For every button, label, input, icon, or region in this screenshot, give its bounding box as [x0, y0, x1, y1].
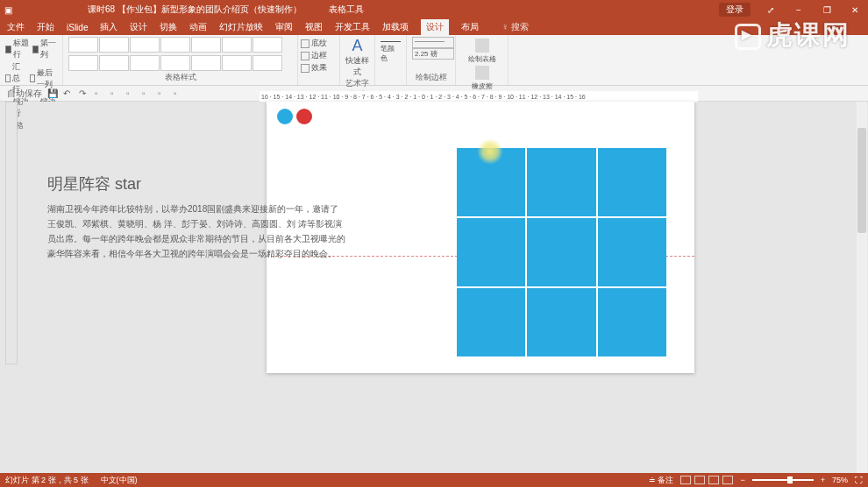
qat-icon[interactable]: ▫ [95, 88, 105, 99]
group-label: 表格样式 [68, 72, 292, 83]
checkbox-first-col[interactable] [32, 46, 39, 53]
border-icon [301, 52, 309, 60]
tab-view[interactable]: 视图 [305, 21, 323, 33]
group-table-styles: 表格样式 [63, 35, 298, 85]
redo-icon[interactable]: ↷ [79, 88, 89, 99]
scrollbar-thumb[interactable] [857, 128, 866, 233]
table-styles-gallery[interactable] [68, 37, 292, 72]
tab-start[interactable]: 开始 [37, 21, 54, 33]
minimize-button[interactable]: − [786, 5, 812, 15]
contextual-tab-label: 表格工具 [329, 4, 364, 16]
group-draw-erase: 绘制表格 橡皮擦 [456, 35, 509, 85]
shading-button[interactable]: 底纹 [311, 38, 327, 49]
qat-icon[interactable]: ▫ [158, 88, 168, 99]
table-cell[interactable] [527, 218, 595, 286]
tab-slideshow[interactable]: 幻灯片放映 [219, 21, 263, 33]
horizontal-ruler: 16 · 15 · 14 · 13 · 12 · 11 · 10 · 9 · 8… [260, 91, 698, 102]
tab-islide[interactable]: iSlide [67, 23, 88, 32]
table-cell[interactable] [598, 148, 666, 216]
zoom-slider[interactable] [752, 479, 814, 481]
close-button[interactable]: ✕ [842, 5, 868, 15]
line-style-select[interactable]: ────── [412, 37, 454, 48]
group-draw-border: ────── 2.25 磅 绘制边框 [407, 35, 456, 85]
tab-addins[interactable]: 加载项 [382, 21, 409, 33]
blue-circle-shape[interactable] [277, 109, 293, 124]
draw-table-icon [475, 39, 489, 53]
document-name: 课时68 【作业包】新型形象的团队介绍页（快速制作） [88, 4, 302, 16]
tab-file[interactable]: 文件 [7, 21, 25, 33]
view-buttons [680, 476, 733, 484]
tab-insert[interactable]: 插入 [100, 21, 117, 33]
tab-dev[interactable]: 开发工具 [335, 21, 370, 33]
vertical-scrollbar[interactable] [857, 102, 867, 473]
checkbox-header-row[interactable] [5, 46, 11, 53]
reading-view-icon[interactable] [708, 476, 719, 484]
ribbon-options-icon[interactable]: ⤢ [758, 5, 784, 15]
language-indicator[interactable]: 中文(中国) [101, 475, 138, 486]
title-bar: ▣ 课时68 【作业包】新型形象的团队介绍页（快速制作） 表格工具 登录 ⤢ −… [0, 0, 868, 19]
effects-button[interactable]: 效果 [311, 62, 327, 74]
quick-style-label: 快速样式 [345, 55, 369, 78]
table-object[interactable] [457, 148, 666, 356]
restore-button[interactable]: ❐ [814, 5, 840, 15]
slide-thumbnail-pane[interactable] [5, 102, 18, 364]
qat-icon[interactable]: ▫ [126, 88, 137, 99]
eraser-button[interactable]: 橡皮擦 [461, 64, 502, 91]
sorter-view-icon[interactable] [694, 476, 705, 484]
status-bar: 幻灯片 第 2 张，共 5 张 中文(中国) ≐ 备注 − + 75% ⛶ [0, 473, 868, 487]
zoom-value[interactable]: 75% [832, 476, 848, 484]
zoom-out-icon[interactable]: − [740, 476, 744, 484]
tab-animation[interactable]: 动画 [189, 21, 207, 33]
tab-table-layout[interactable]: 布局 [461, 21, 479, 33]
line-width-select[interactable]: 2.25 磅 [412, 48, 454, 60]
group-table-style-options: 标题行 第一列 汇总行 最后一列 镶边行 镶边列 表格样式选项 [0, 35, 63, 85]
notes-button[interactable]: ≐ 备注 [649, 475, 674, 486]
login-button[interactable]: 登录 [719, 3, 751, 17]
table-cell[interactable] [598, 288, 666, 356]
group-shading-border: 底纹 边框 效果 [298, 35, 340, 85]
table-cell[interactable] [598, 218, 666, 286]
checkbox-last-col[interactable] [30, 74, 35, 82]
table-cell[interactable] [457, 148, 525, 216]
group-wordart: A 快速样式 艺术字样式 [340, 35, 375, 85]
pen-style-icon[interactable] [381, 37, 401, 42]
shading-icon [301, 39, 309, 48]
slideshow-view-icon[interactable] [722, 476, 733, 484]
zoom-in-icon[interactable]: + [821, 476, 825, 484]
checkbox-total-row[interactable] [5, 74, 11, 82]
ribbon: 标题行 第一列 汇总行 最后一列 镶边行 镶边列 表格样式选项 表格样式 底纹 … [0, 35, 868, 86]
qat-icon[interactable]: ▫ [174, 88, 184, 99]
border-button[interactable]: 边框 [311, 50, 327, 61]
draw-table-button[interactable]: 绘制表格 [461, 37, 502, 64]
quick-style-icon[interactable]: A [345, 37, 369, 55]
normal-view-icon[interactable] [680, 476, 691, 484]
table-cell[interactable] [457, 218, 525, 286]
tab-table-design[interactable]: 设计 [421, 19, 449, 35]
tab-design[interactable]: 设计 [130, 21, 147, 33]
table-cell[interactable] [457, 288, 525, 356]
eraser-icon [475, 66, 489, 80]
tab-transition[interactable]: 切换 [160, 21, 177, 33]
table-cell[interactable] [527, 148, 595, 216]
ribbon-tabs: 文件 开始 iSlide 插入 设计 切换 动画 幻灯片放映 审阅 视图 开发工… [0, 19, 868, 35]
autosave-label: 自动保存 [7, 88, 42, 100]
effects-icon [301, 64, 309, 73]
fit-window-icon[interactable]: ⛶ [855, 476, 863, 484]
group-pen: 笔颜色 [375, 35, 407, 85]
tab-review[interactable]: 审阅 [275, 21, 293, 33]
undo-icon[interactable]: ↶ [63, 88, 74, 99]
slide-body-text[interactable]: 湖南卫视今年跨年比较特别，以举办2018国剧盛典来迎接新的一年，邀请了王俊凯、邓… [47, 201, 345, 261]
slide-title[interactable]: 明星阵容 star [47, 173, 141, 194]
workspace [23, 102, 863, 473]
slide-counter: 幻灯片 第 2 张，共 5 张 [5, 475, 89, 486]
pen-color-button[interactable]: 笔颜色 [381, 44, 401, 63]
table-cell[interactable] [527, 288, 595, 356]
qat-icon[interactable]: ▫ [142, 88, 153, 99]
qat-icon[interactable]: ▫ [110, 88, 121, 99]
save-icon[interactable]: 💾 [47, 88, 58, 99]
search-hint[interactable]: ♀ 搜索 [502, 21, 528, 33]
red-circle-shape[interactable] [296, 109, 312, 124]
